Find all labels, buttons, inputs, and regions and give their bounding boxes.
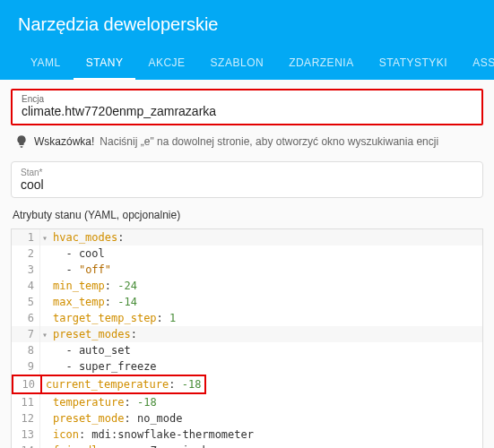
yaml-key: max_temp (53, 296, 105, 308)
tabs: YAML STANY AKCJE SZABLON ZDARZENIA STATY… (18, 47, 476, 80)
yaml-key: icon (53, 428, 79, 441)
yaml-editor[interactable]: 1▾hvac_modes: 2 - cool 3 - "off" 4min_te… (11, 228, 483, 448)
line-number: 9 (12, 358, 40, 375)
tab-zdarzenia[interactable]: ZDARZENIA (276, 47, 367, 80)
line-number: 1 (12, 229, 40, 246)
entity-value: climate.htw7720enmp_zamrazarka (22, 104, 472, 118)
yaml-key: friendly_name (53, 444, 137, 448)
line-number: 13 (12, 426, 40, 443)
yaml-text: Zamrażarka (143, 444, 214, 448)
tab-yaml[interactable]: YAML (18, 47, 74, 80)
yaml-key: preset_modes (53, 328, 131, 340)
tab-statystyki[interactable]: STATYSTYKI (367, 47, 461, 80)
hint: Wskazówka! Naciśnij „e" na dowolnej stro… (14, 134, 480, 149)
entity-input[interactable]: Encja climate.htw7720enmp_zamrazarka (11, 89, 483, 125)
yaml-text: no_mode (131, 412, 183, 425)
lightbulb-icon (14, 134, 29, 149)
tab-stany[interactable]: STANY (74, 47, 136, 80)
line-number: 3 (12, 262, 40, 278)
yaml-str: "off" (79, 263, 111, 276)
yaml-text: - auto_set (53, 344, 131, 357)
yaml-num: -24 (111, 280, 137, 292)
yaml-num: -18 (131, 396, 157, 409)
yaml-text: - cool (53, 247, 105, 260)
yaml-key: preset_mode (53, 412, 124, 425)
yaml-key: temperature (53, 396, 124, 409)
tab-assist[interactable]: ASSIST (460, 47, 494, 80)
line-number: 14 (12, 443, 40, 448)
yaml-key: target_temp_step (53, 312, 157, 324)
yaml-key: current_temperature (46, 378, 169, 391)
tab-akcje[interactable]: AKCJE (135, 47, 197, 80)
line-number: 8 (12, 342, 40, 358)
yaml-text: - (53, 263, 79, 276)
header: Narzędzia deweloperskie YAML STANY AKCJE… (0, 0, 494, 80)
state-label: Stan* (21, 168, 473, 177)
fold-icon[interactable]: ▾ (40, 233, 49, 243)
hint-bold: Wskazówka! (34, 135, 94, 148)
line-number: 12 (12, 410, 40, 426)
entity-label: Encja (22, 94, 472, 104)
yaml-num: -18 (176, 378, 202, 391)
hint-text: Naciśnij „e" na dowolnej stronie, aby ot… (100, 135, 438, 148)
fold-icon[interactable]: ▾ (40, 330, 49, 340)
content: Encja climate.htw7720enmp_zamrazarka Wsk… (0, 80, 494, 448)
line-number: 6 (12, 310, 40, 326)
line-number: 4 (12, 278, 40, 294)
line-number: 10 (12, 375, 40, 394)
state-input[interactable]: Stan* cool (11, 161, 483, 198)
yaml-key: min_temp (53, 280, 105, 292)
yaml-num: -14 (111, 296, 137, 308)
line-number: 11 (12, 394, 40, 410)
page-title: Narzędzia deweloperskie (18, 14, 476, 35)
state-value: cool (21, 177, 473, 192)
line-number: 5 (12, 294, 40, 310)
attrs-label: Atrybuty stanu (YAML, opcjonalnie) (13, 209, 483, 221)
yaml-key: hvac_modes (53, 231, 117, 244)
yaml-text: - super_freeze (53, 360, 157, 373)
yaml-text: mdi:snowflake-thermometer (85, 428, 254, 441)
tab-szablon[interactable]: SZABLON (198, 47, 277, 80)
line-number: 2 (12, 246, 40, 262)
line-number: 7 (12, 326, 40, 342)
yaml-num: 1 (163, 312, 176, 324)
